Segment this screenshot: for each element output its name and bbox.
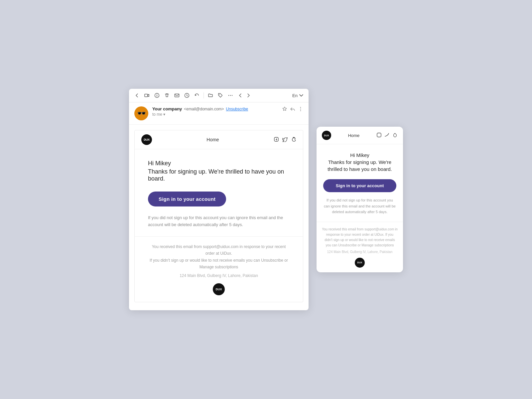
email-body: DUX Home H — [129, 130, 309, 310]
footer-text: You received this email from support@uid… — [148, 243, 290, 271]
more-actions-icon[interactable] — [298, 106, 303, 113]
email-client-panel: En 🕶️ Your company <email@domain.com> Un… — [129, 89, 309, 310]
mobile-twitter-icon[interactable] — [384, 132, 390, 139]
clock-icon[interactable] — [184, 92, 190, 99]
tag-icon[interactable] — [217, 92, 224, 99]
nav-home-link[interactable]: Home — [206, 137, 219, 142]
svg-point-6 — [219, 94, 220, 95]
email-card-footer: You received this email from support@uid… — [135, 236, 303, 302]
mobile-nav-home[interactable]: Home — [348, 133, 360, 138]
language-selector[interactable]: En — [292, 93, 304, 98]
email-to[interactable]: to me ▾ — [152, 112, 278, 117]
svg-point-9 — [232, 95, 232, 96]
toolbar-nav — [237, 92, 252, 99]
svg-rect-4 — [175, 94, 179, 97]
facebook-icon[interactable] — [274, 137, 279, 143]
mobile-sign-in-button[interactable]: Sign in to your account — [323, 179, 396, 192]
svg-rect-14 — [377, 133, 381, 137]
brand-logo: DUX — [141, 134, 152, 145]
sender-company: Your company — [152, 106, 182, 111]
svg-point-11 — [300, 109, 301, 109]
footer-brand-logo: DUX — [213, 283, 225, 295]
svg-point-8 — [230, 95, 231, 96]
apple-icon[interactable] — [291, 137, 296, 143]
star-icon[interactable] — [282, 106, 287, 113]
mobile-preview-panel: DUX Home Hi Mikey Thanks for signing up.… — [317, 127, 403, 272]
svg-point-3 — [157, 94, 157, 95]
unsubscribe-link[interactable]: Unsubscribe — [226, 107, 248, 111]
refresh-icon[interactable] — [194, 92, 200, 99]
next-icon[interactable] — [245, 92, 252, 99]
greeting-text: Hi Mikey — [148, 160, 290, 167]
avatar-emoji: 🕶️ — [137, 109, 146, 118]
tagline-text: Thanks for signing up. We're thrilled to… — [148, 168, 290, 182]
info-icon[interactable] — [154, 92, 160, 99]
email-card-nav: Home — [206, 137, 219, 142]
email-sender-line: Your company <email@domain.com> Unsubscr… — [152, 106, 278, 111]
sign-in-button[interactable]: Sign in to your account — [148, 192, 226, 206]
mobile-apple-icon[interactable] — [392, 132, 398, 139]
mobile-footer-address: 124 Main Blvd, Gulberg IV, Lahore, Pakis… — [322, 250, 398, 254]
email-card-header: DUX Home — [135, 130, 303, 149]
folder-icon[interactable] — [207, 92, 214, 99]
sender-email: <email@domain.com> — [184, 107, 224, 111]
trash-icon[interactable] — [164, 92, 170, 99]
email-header: 🕶️ Your company <email@domain.com> Unsub… — [129, 102, 309, 125]
mobile-footer-brand: DUX — [322, 258, 398, 268]
reply-icon[interactable] — [290, 106, 295, 113]
prev-icon[interactable] — [237, 92, 244, 99]
email-toolbar: En — [129, 89, 309, 102]
more-icon[interactable] — [227, 92, 234, 99]
back-arrow-icon[interactable] — [134, 92, 140, 99]
video-icon[interactable] — [144, 92, 150, 99]
mobile-nav: DUX Home — [317, 127, 403, 144]
twitter-icon[interactable] — [282, 137, 288, 143]
email-card: DUX Home H — [134, 130, 303, 302]
email-actions — [282, 106, 303, 113]
svg-point-7 — [228, 95, 229, 96]
mobile-footer-text: You received this email from support@uid… — [322, 227, 398, 248]
mobile-brand-logo: DUX — [322, 131, 331, 140]
svg-rect-0 — [145, 94, 148, 97]
toolbar-separator — [203, 92, 204, 98]
email-card-body: Hi Mikey Thanks for signing up. We're th… — [135, 149, 303, 236]
avatar: 🕶️ — [134, 106, 148, 120]
mobile-social-icons — [376, 132, 398, 139]
language-label: En — [292, 93, 298, 98]
footer-address: 124 Main Blvd, Gulberg IV, Lahore, Pakis… — [148, 273, 290, 278]
mobile-footer: You received this email from support@uid… — [317, 222, 403, 272]
svg-point-10 — [300, 107, 301, 108]
mobile-facebook-icon[interactable] — [376, 132, 382, 139]
email-icon[interactable] — [174, 92, 180, 99]
mobile-footer-brand-logo: DUX — [355, 258, 365, 268]
mobile-disclaimer: If you did not sign up for this account … — [323, 198, 396, 215]
mobile-body: Hi Mikey Thanks for signing up. We're th… — [317, 144, 403, 222]
mobile-tagline: Thanks for signing up. We're thrilled to… — [323, 159, 396, 173]
mobile-greeting: Hi Mikey — [323, 152, 396, 158]
svg-point-12 — [300, 110, 301, 111]
disclaimer-text: If you did not sign up for this account … — [148, 214, 288, 228]
email-meta: Your company <email@domain.com> Unsubscr… — [152, 106, 278, 117]
social-icons — [274, 137, 296, 143]
footer-brand: DUX — [148, 283, 290, 295]
